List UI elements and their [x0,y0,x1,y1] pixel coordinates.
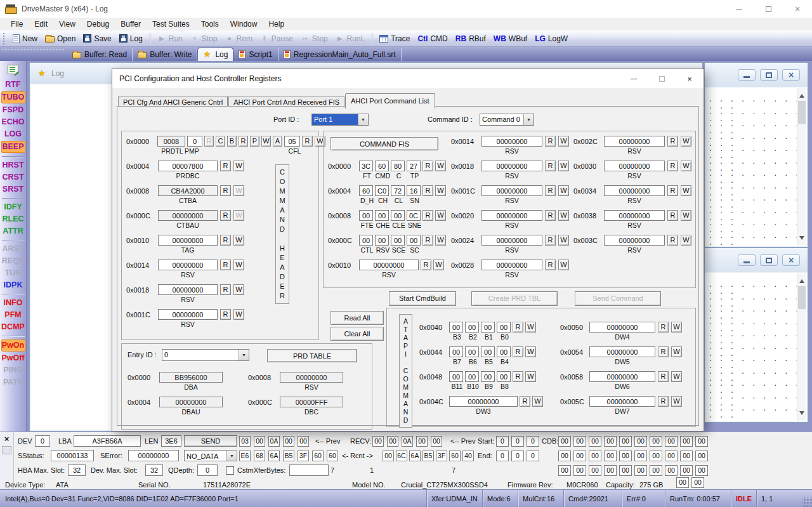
sidebar-item-tubo[interactable]: TUBO [1,91,25,103]
byte-field[interactable]: 00 [465,346,479,357]
flag-r2-button[interactable]: R [239,136,248,147]
sidebar-item-crst[interactable]: CRST [1,171,26,183]
register-field[interactable]: 00000000 [481,210,542,221]
restore-icon[interactable] [760,69,778,81]
cdb-byte-cell[interactable]: 00 [680,451,693,461]
prdtl-field[interactable]: 0008 [157,136,185,147]
read-button[interactable]: R [220,284,231,295]
chevron-down-icon[interactable]: ▼ [523,114,534,125]
read-button[interactable]: R [220,210,231,221]
rcnt-sent-cell[interactable]: B5 [283,451,294,461]
send-button[interactable]: SEND [184,435,237,447]
write-button[interactable]: W [233,161,244,171]
cdb-byte-cell[interactable]: 00 [573,436,586,447]
minimize-icon[interactable] [738,254,756,266]
notes-icon[interactable] [8,65,18,74]
start-field[interactable]: 0 [511,436,524,447]
read-button[interactable]: R [658,371,669,382]
rcnt-sent-cell[interactable]: 68 [254,451,265,461]
end-field[interactable]: 0 [527,451,539,461]
close-icon[interactable] [782,254,800,266]
write-button[interactable]: W [558,210,569,221]
write-button[interactable]: W [233,235,244,246]
register-field[interactable]: 00000000 [604,185,665,196]
sent-byte-cell[interactable]: 00 [283,436,294,447]
byte-field[interactable]: 00 [465,371,479,382]
cdb-byte-cell[interactable]: 00 [604,465,617,476]
byte-field[interactable]: 00 [465,322,479,333]
serror-field[interactable]: 00000000 [128,450,179,461]
dev-field[interactable]: 0 [35,435,50,447]
toolbar-save[interactable]: Save [79,33,115,44]
cdb-byte-cell[interactable]: 00 [634,451,647,461]
write-button[interactable]: W [525,371,536,382]
read-button[interactable]: R [545,235,556,246]
sent-byte-cell[interactable]: 00 [298,436,309,447]
prd-table-header[interactable]: PRD TABLE [267,349,357,362]
cdb-byte-cell[interactable]: 00 [634,465,647,476]
read-button[interactable]: R [422,185,433,196]
pmp-field[interactable]: 0 [187,136,202,147]
cdb-byte-cell[interactable]: 00 [634,436,647,447]
cdb-byte-cell[interactable]: 00 [619,451,632,461]
byte-field[interactable]: 60 [375,161,389,171]
byte-field[interactable]: 00 [497,371,511,382]
scroll-thumb[interactable] [798,101,806,124]
write-button[interactable]: W [671,322,682,333]
read-button[interactable]: R [545,210,556,221]
scrollbar[interactable] [797,88,806,246]
byte-field[interactable]: 00 [497,346,511,357]
rcnt-sent-cell[interactable]: 3F [298,451,309,461]
register-field[interactable]: 00000000 [604,210,665,221]
toolbar-log[interactable]: Log [115,33,147,44]
read-button[interactable]: R [667,235,678,246]
byte-field[interactable]: 00 [407,235,421,246]
register-field[interactable]: 00000000 [589,371,655,382]
sidebar-item-pwon[interactable]: PwOn [1,339,25,352]
sidebar-item-rtf[interactable]: RTF [1,79,26,91]
cdb-byte-cell[interactable]: 00 [650,465,662,476]
byte-field[interactable]: 00 [449,371,463,382]
register-field[interactable]: 00000000 [158,260,218,270]
register-field[interactable]: 00000000 [449,396,518,407]
rcnt-recv-cell[interactable]: 6A [409,451,421,461]
sidebar-item-pfm[interactable]: PFM [1,309,26,321]
chevron-down-icon[interactable]: ▼ [239,350,249,360]
byte-field[interactable]: 00 [481,322,495,333]
register-field[interactable]: 00000000 [481,235,542,246]
read-button[interactable]: R [667,210,678,221]
cdb-byte-cell[interactable]: 00 [695,465,708,476]
cdb-byte-cell[interactable]: 00 [650,436,662,447]
byte-field[interactable]: 60 [359,185,373,196]
flag-w-button[interactable]: W [261,136,271,147]
read-button[interactable]: R [421,260,431,270]
sidebar-item-hrst[interactable]: HRST [1,159,26,171]
dialog-titlebar[interactable]: PCI Configuration and Host Controller Re… [112,69,704,88]
byte-field[interactable]: 00 [391,210,405,221]
end-field[interactable]: 0 [511,451,524,461]
read-button[interactable]: R [513,346,523,357]
recv-byte-cell[interactable]: 00 [372,436,384,447]
read-button[interactable]: R [520,396,530,407]
toolbar-trace[interactable]: Trace [376,33,414,44]
cdb-byte-cell[interactable]: 00 [680,436,693,447]
flag-c-button[interactable]: C [216,136,225,147]
sstatus-field[interactable]: 00000133 [51,450,94,461]
read-button[interactable]: R [220,235,231,246]
read-button[interactable]: R [422,210,433,221]
cdb-byte-cell[interactable]: 00 [589,436,601,447]
read-button[interactable]: R [220,260,231,270]
clear-all-button[interactable]: Clear All [331,327,384,341]
menu-view[interactable]: View [53,18,81,30]
flag-p-button[interactable]: P [250,136,259,147]
write-button[interactable]: W [525,322,536,333]
write-button[interactable]: W [558,185,569,196]
recv-byte-cell[interactable]: 00 [387,436,398,447]
register-field[interactable]: 00000000 [158,284,218,295]
chevron-down-icon[interactable]: ▼ [358,114,368,125]
flag-a-button[interactable]: A [273,136,282,147]
sidebar-item-attr[interactable]: ATTR [1,225,26,237]
cdb-byte-cell[interactable]: 00 [558,451,571,461]
doc-tab-script1[interactable]: Script1 [233,48,278,61]
menu-help[interactable]: Help [263,18,290,30]
